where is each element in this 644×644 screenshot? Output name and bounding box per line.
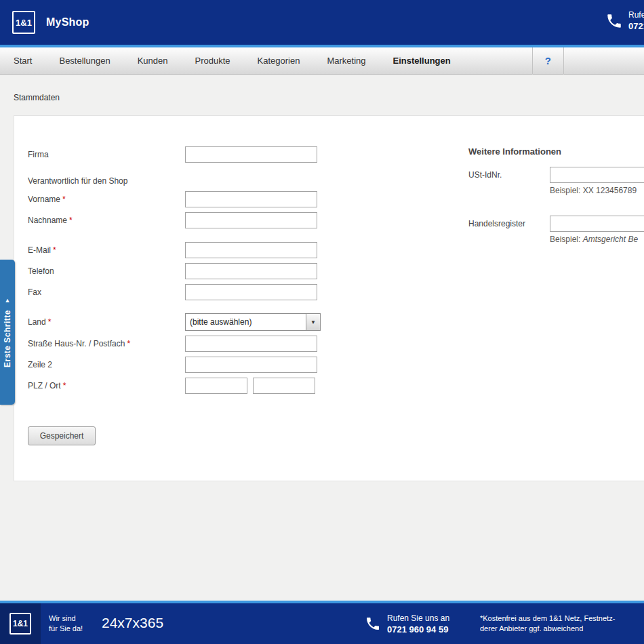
nav-item-kunden[interactable]: Kunden [124,47,182,75]
footer-phone-number: 0721 960 94 59 [387,624,449,635]
info-panel: Weitere Informationen USt-IdNr. Beispiel… [468,146,644,244]
nav-item-produkte[interactable]: Produkte [181,47,243,75]
ust-idnr-hint: Beispiel: XX 123456789 [550,186,644,195]
footer-phone: Rufen Sie uns an 0721 960 94 59 [365,613,449,635]
ust-idnr-input[interactable] [550,167,644,183]
stammdaten-form: Firma Verantwortlich für den Shop Vornam… [28,146,340,445]
strasse-input[interactable] [185,336,317,352]
header-phone: Rufen Sie uns an 0721 960 94 59 [605,9,644,32]
email-label: E-Mail* [28,245,185,255]
nav-item-marketing[interactable]: Marketing [313,47,379,75]
help-button[interactable]: ? [532,47,564,75]
phone-icon [605,12,623,32]
app-title: MyShop [46,16,89,28]
phone-icon [365,616,381,634]
zeile2-label: Zeile 2 [28,360,185,369]
firma-input[interactable] [185,146,317,163]
responsible-section-label: Verantwortlich für den Shop [28,176,340,186]
nachname-input[interactable] [185,212,317,228]
form-row: Vorname* [28,191,340,207]
nav-item-bestellungen[interactable]: Bestellungen [45,47,123,75]
required-marker: * [63,381,66,390]
ort-input[interactable] [253,378,315,394]
footer-disclaimer: *Kostenfrei aus dem 1&1 Netz, Festnetz- … [480,613,644,634]
handelsregister-hint: Beispiel: Amtsgericht Be [550,235,644,244]
form-row: Zeile 2 [28,357,340,373]
form-row: Fax [28,284,340,300]
breadcrumb: Stammdaten [14,93,60,102]
save-button[interactable]: Gespeichert [28,426,96,445]
fax-input[interactable] [185,284,317,300]
nachname-label: Nachname* [28,216,185,225]
footer-availability: 24x7x365 [102,615,163,631]
brand-logo: 1&1 [12,11,35,34]
nav-item-kategorien[interactable]: Kategorien [244,47,314,75]
telefon-label: Telefon [28,266,185,276]
footer-logo-text: 1&1 [13,619,28,628]
brand-logo-text: 1&1 [16,18,32,28]
required-marker: * [69,216,73,225]
header-phone-note: Rufen Sie uns an [628,9,644,20]
form-row: Land* (bitte auswählen) ▼ [28,313,340,331]
required-marker: * [62,195,66,204]
land-select[interactable]: (bitte auswählen) ▼ [185,313,321,331]
nav-item-einstellungen[interactable]: Einstellungen [379,47,464,75]
zeile2-input[interactable] [185,357,317,373]
form-row: Nachname* [28,212,340,228]
info-panel-title: Weitere Informationen [468,146,644,159]
email-input[interactable] [185,242,317,258]
form-row: Straße Haus-Nr. / Postfach* [28,336,340,352]
strasse-label: Straße Haus-Nr. / Postfach* [28,339,185,348]
required-marker: * [127,339,130,348]
content-panel: Firma Verantwortlich für den Shop Vornam… [14,115,644,481]
land-label: Land* [28,317,185,327]
app-footer: 1&1 Wir sind für Sie da! 24x7x365 Rufen … [0,601,644,644]
form-row: Telefon [28,263,340,279]
footer-tagline: Wir sind für Sie da! [49,613,83,634]
plz-input[interactable] [185,378,247,394]
page: 1&1 MyShop Rufen Sie uns an 0721 960 94 … [0,0,644,644]
land-select-value: (bitte auswählen) [186,314,306,330]
firma-label: Firma [28,150,185,159]
footer-phone-note: Rufen Sie uns an [387,613,449,624]
nav-item-start[interactable]: Start [14,47,45,75]
required-marker: * [53,245,56,255]
erste-schritte-tab[interactable]: ▲ Erste Schritte [0,260,15,405]
form-row: E-Mail* [28,242,340,258]
handelsregister-label: Handelsregister [468,219,550,228]
form-row: Handelsregister [468,216,644,232]
expand-arrow-icon: ▲ [5,297,11,304]
vorname-input[interactable] [185,191,317,207]
footer-brand-logo: 1&1 [0,603,41,644]
handelsregister-input[interactable] [550,216,644,232]
erste-schritte-label: Erste Schritte [3,310,12,367]
vorname-label: Vorname* [28,195,185,204]
ust-idnr-label: USt-IdNr. [468,170,550,180]
form-row: PLZ / Ort* [28,378,340,394]
app-header: 1&1 MyShop Rufen Sie uns an 0721 960 94 … [0,0,644,45]
required-marker: * [48,317,52,327]
main-nav: Start Bestellungen Kunden Produkte Kateg… [0,47,644,75]
telefon-input[interactable] [185,263,317,279]
chevron-down-icon: ▼ [306,314,320,330]
header-phone-number: 0721 960 94 59 [628,20,644,32]
plz-ort-label: PLZ / Ort* [28,381,185,390]
form-row: Firma [28,146,340,163]
fax-label: Fax [28,287,185,297]
form-row: USt-IdNr. [468,167,644,183]
